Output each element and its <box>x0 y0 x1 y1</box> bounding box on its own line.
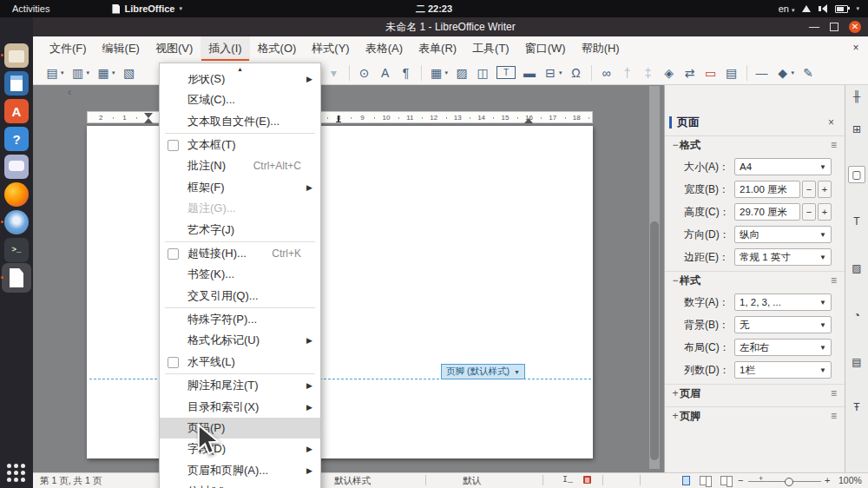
collapse-icon[interactable]: − <box>671 274 680 287</box>
zoom-out-button[interactable]: − <box>738 475 743 485</box>
section-menu-icon[interactable]: ≡ <box>831 410 837 422</box>
menu-item-字段[interactable]: 字段(D)▶ <box>160 439 320 459</box>
menu-item-交叉引用[interactable]: 交叉引用(Q)... <box>160 286 320 307</box>
wifi-icon[interactable] <box>802 5 811 12</box>
insert-draw-line-button[interactable]: ✎ <box>799 63 818 82</box>
列数-dropdown[interactable]: 1栏▼ <box>734 361 832 379</box>
chevron-down-icon[interactable]: ▼ <box>819 231 826 239</box>
menu-item-文本框[interactable]: 文本框(T) <box>160 135 320 155</box>
sidebar-tab-gallery-deck[interactable]: ▨ <box>848 260 865 277</box>
menu-表格[interactable]: 表格(A) <box>358 36 411 61</box>
decrement-button[interactable]: − <box>802 203 816 221</box>
insert-cross-reference-button[interactable]: ⇄ <box>681 63 700 82</box>
dropdown-caret-icon[interactable]: ▾ <box>87 69 90 76</box>
menu-编辑[interactable]: 编辑(E) <box>95 36 148 61</box>
sidebar-section-样式[interactable]: −样式≡ <box>665 271 845 289</box>
insert-text-box-button[interactable]: T <box>494 63 518 82</box>
dock-item-help[interactable]: ? <box>4 127 29 151</box>
menu-item-页眉和页脚[interactable]: 页眉和页脚(A)...▶ <box>160 460 320 481</box>
increment-button[interactable]: + <box>818 203 832 221</box>
zoom-in-button[interactable]: + <box>825 475 830 485</box>
decrement-button[interactable]: − <box>802 181 816 198</box>
insert-section-button[interactable]: ⊟▾ <box>541 63 565 82</box>
dock-item-chromium[interactable] <box>4 210 29 234</box>
menu-item-形状[interactable]: 形状(S)▶ <box>160 75 320 89</box>
menu-item-超链接[interactable]: 超链接(H)...Ctrl+K <box>160 243 320 264</box>
checkbox[interactable] <box>168 140 179 151</box>
sidebar-tab-styles-deck[interactable]: T <box>848 213 865 230</box>
keyboard-layout-indicator[interactable]: en ▾ <box>779 3 795 14</box>
footer-tab[interactable]: 页脚 (默认样式) ▼ <box>441 364 525 379</box>
new-document-button[interactable]: ▤▾ <box>43 63 67 82</box>
minimize-button[interactable]: — <box>809 23 819 31</box>
print-button[interactable]: ▧ <box>120 63 139 82</box>
sidebar-tab-navigator-deck[interactable]: ◔ <box>848 307 865 324</box>
redo-dropdown-button[interactable]: ▾ <box>325 63 344 82</box>
sidebar-section-页眉[interactable]: +页眉≡ <box>665 384 845 402</box>
menu-item-特殊字符[interactable]: 特殊字符(P)... <box>160 309 320 330</box>
show-applications-button[interactable] <box>7 464 25 482</box>
close-button[interactable]: ✕ <box>849 21 861 33</box>
布局-dropdown[interactable]: 左和右▼ <box>734 339 832 356</box>
document-modified-icon[interactable] <box>583 476 591 484</box>
dropdown-caret-icon[interactable]: ▾ <box>61 69 64 76</box>
chevron-down-icon[interactable]: ▼ <box>819 321 826 329</box>
dropdown-caret-icon[interactable]: ▾ <box>559 69 562 76</box>
insert-special-character-button[interactable]: Ω <box>567 63 586 82</box>
sidebar-section-格式[interactable]: −格式≡ <box>665 135 845 154</box>
clock[interactable]: 二 22:23 <box>0 3 868 16</box>
spelling-check-button[interactable]: A <box>376 63 395 82</box>
dropdown-caret-icon[interactable]: ▾ <box>792 69 795 76</box>
menu-工具[interactable]: 工具(T) <box>464 36 517 61</box>
chevron-down-icon[interactable]: ▼ <box>819 344 826 352</box>
dock-item-terminal[interactable]: >_ <box>4 238 29 262</box>
dock-item-a-app[interactable]: A <box>4 99 29 123</box>
insert-chart-button[interactable]: ◫ <box>473 63 492 82</box>
dropdown-caret-icon[interactable]: ▾ <box>112 69 115 76</box>
vertical-scrollbar[interactable] <box>649 86 660 469</box>
insert-bookmark-button[interactable]: ◈ <box>660 63 679 82</box>
left-indent-marker[interactable] <box>144 118 153 123</box>
window-titlebar[interactable]: 未命名 1 - LibreOffice Writer — ✕ <box>33 17 868 36</box>
close-document-button[interactable]: × <box>849 41 863 55</box>
menu-item-批注[interactable]: 批注(N)Ctrl+Alt+C <box>160 155 320 176</box>
insert-comment-button[interactable]: ▭ <box>701 63 720 82</box>
maximize-button[interactable] <box>830 23 838 31</box>
checkbox[interactable] <box>168 248 179 260</box>
section-menu-icon[interactable]: ≡ <box>831 139 837 151</box>
chevron-down-icon[interactable]: ▼ <box>819 366 826 374</box>
大小-dropdown[interactable]: A4▼ <box>734 158 832 175</box>
insert-page-break-button[interactable]: ▬ <box>520 63 539 82</box>
checkbox[interactable] <box>168 357 179 368</box>
数字-dropdown[interactable]: 1, 2, 3, ...▼ <box>734 293 832 311</box>
menu-item-水平线[interactable]: 水平线(L) <box>160 352 320 373</box>
sidebar-tab-page-deck[interactable]: ▢ <box>848 166 865 183</box>
page-style-field[interactable]: 默认样式 <box>334 475 371 487</box>
menu-item-题注[interactable]: 题注(G)... <box>160 198 320 219</box>
menu-格式[interactable]: 格式(O) <box>250 36 305 61</box>
menu-item-书签[interactable]: 书签(K)... <box>160 264 320 285</box>
menu-样式[interactable]: 样式(Y) <box>304 36 357 61</box>
insert-image-button[interactable]: ▨ <box>452 63 471 82</box>
chevron-down-icon[interactable]: ▾ <box>856 5 859 12</box>
menu-表单[interactable]: 表单(R) <box>411 36 464 61</box>
single-page-view-button[interactable] <box>682 476 690 485</box>
battery-icon[interactable] <box>835 5 848 13</box>
insert-horizontal-line-button[interactable]: — <box>753 63 772 82</box>
menu-帮助[interactable]: 帮助(H) <box>574 36 628 61</box>
宽度-input[interactable]: 21.00 厘米 <box>734 181 800 198</box>
chevron-down-icon[interactable]: ▼ <box>514 369 520 375</box>
背景-dropdown[interactable]: 无▼ <box>734 316 832 333</box>
dock-item-firefox[interactable] <box>4 182 29 207</box>
save-button[interactable]: ▦▾ <box>94 63 118 82</box>
find-replace-button[interactable]: ⊙ <box>355 63 374 82</box>
sidebar-tab-style-inspector-deck[interactable]: Ŧ <box>848 399 865 416</box>
open-file-button[interactable]: ▥▾ <box>69 63 93 82</box>
menu-item-脚注和尾注[interactable]: 脚注和尾注(T)▶ <box>160 375 320 396</box>
insert-field-button[interactable]: ▤ <box>722 63 741 82</box>
increment-button[interactable]: + <box>818 181 832 198</box>
expand-icon[interactable]: + <box>671 410 680 422</box>
menu-插入[interactable]: 插入(I) <box>201 36 249 61</box>
multi-page-view-button[interactable] <box>700 476 707 485</box>
menu-scroll-up-arrow[interactable]: ▲ <box>160 63 320 75</box>
